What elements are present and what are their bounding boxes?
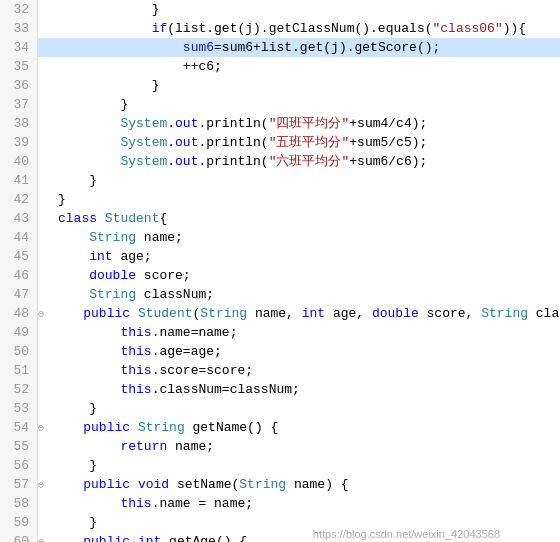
table-row: 42} bbox=[0, 190, 560, 209]
line-content: this.name=name; bbox=[52, 323, 237, 342]
line-content: } bbox=[52, 190, 66, 209]
line-content: if(list.get(j).getClassNum().equals("cla… bbox=[52, 19, 526, 38]
table-row: 56 } bbox=[0, 456, 560, 475]
table-row: 32 } bbox=[0, 0, 560, 19]
line-number: 56 bbox=[0, 456, 38, 475]
line-number: 50 bbox=[0, 342, 38, 361]
line-content: public void setName(String name) { bbox=[46, 475, 349, 494]
line-content: } bbox=[52, 0, 159, 19]
line-number: 47 bbox=[0, 285, 38, 304]
line-number: 48 bbox=[0, 304, 38, 323]
line-number: 51 bbox=[0, 361, 38, 380]
line-content: class Student{ bbox=[52, 209, 167, 228]
line-number: 54 bbox=[0, 418, 38, 437]
table-row: 47 String classNum; bbox=[0, 285, 560, 304]
line-number: 32 bbox=[0, 0, 38, 19]
table-row: 54⊖ public String getName() { bbox=[0, 418, 560, 437]
line-number: 58 bbox=[0, 494, 38, 513]
collapse-icon[interactable]: ⊖ bbox=[38, 479, 44, 491]
table-row: 45 int age; bbox=[0, 247, 560, 266]
table-row: 50 this.age=age; bbox=[0, 342, 560, 361]
collapse-icon[interactable]: ⊖ bbox=[38, 536, 44, 543]
line-content: } bbox=[52, 76, 159, 95]
line-number: 34 bbox=[0, 38, 38, 57]
line-content: } bbox=[52, 456, 97, 475]
line-content: public Student(String name, int age, dou… bbox=[46, 304, 560, 323]
table-row: 49 this.name=name; bbox=[0, 323, 560, 342]
table-row: 43class Student{ bbox=[0, 209, 560, 228]
line-number: 46 bbox=[0, 266, 38, 285]
table-row: 55 return name; bbox=[0, 437, 560, 456]
line-content: } bbox=[52, 399, 97, 418]
line-content: System.out.println("五班平均分"+sum5/c5); bbox=[52, 133, 427, 152]
line-number: 57 bbox=[0, 475, 38, 494]
line-content: String name; bbox=[52, 228, 183, 247]
line-number: 36 bbox=[0, 76, 38, 95]
table-row: 39 System.out.println("五班平均分"+sum5/c5); bbox=[0, 133, 560, 152]
line-number: 35 bbox=[0, 57, 38, 76]
table-row: 53 } bbox=[0, 399, 560, 418]
line-number: 38 bbox=[0, 114, 38, 133]
line-number: 39 bbox=[0, 133, 38, 152]
line-content: this.classNum=classNum; bbox=[52, 380, 300, 399]
table-row: 57⊖ public void setName(String name) { bbox=[0, 475, 560, 494]
line-content: public String getName() { bbox=[46, 418, 278, 437]
line-content: sum6=sum6+list.get(j).getScore(); bbox=[52, 38, 440, 57]
table-row: 51 this.score=score; bbox=[0, 361, 560, 380]
table-row: 46 double score; bbox=[0, 266, 560, 285]
table-row: 40 System.out.println("六班平均分"+sum6/c6); bbox=[0, 152, 560, 171]
line-content: } bbox=[52, 171, 97, 190]
line-content: System.out.println("六班平均分"+sum6/c6); bbox=[52, 152, 427, 171]
table-row: 38 System.out.println("四班平均分"+sum4/c4); bbox=[0, 114, 560, 133]
line-number: 60 bbox=[0, 532, 38, 542]
line-number: 41 bbox=[0, 171, 38, 190]
line-number: 52 bbox=[0, 380, 38, 399]
line-content: public int getAge() { bbox=[46, 532, 247, 542]
line-number: 49 bbox=[0, 323, 38, 342]
table-row: 41 } bbox=[0, 171, 560, 190]
table-row: 36 } bbox=[0, 76, 560, 95]
line-content: } bbox=[52, 95, 128, 114]
table-row: 48⊖ public Student(String name, int age,… bbox=[0, 304, 560, 323]
line-number: 53 bbox=[0, 399, 38, 418]
line-number: 55 bbox=[0, 437, 38, 456]
line-content: this.name = name; bbox=[52, 494, 253, 513]
line-number: 59 bbox=[0, 513, 38, 532]
line-content: String classNum; bbox=[52, 285, 214, 304]
table-row: 37 } bbox=[0, 95, 560, 114]
line-content: System.out.println("四班平均分"+sum4/c4); bbox=[52, 114, 427, 133]
table-row: 52 this.classNum=classNum; bbox=[0, 380, 560, 399]
table-row: 33 if(list.get(j).getClassNum().equals("… bbox=[0, 19, 560, 38]
line-content: ++c6; bbox=[52, 57, 222, 76]
line-number: 45 bbox=[0, 247, 38, 266]
line-number: 42 bbox=[0, 190, 38, 209]
line-content: double score; bbox=[52, 266, 191, 285]
line-number: 37 bbox=[0, 95, 38, 114]
collapse-icon[interactable]: ⊖ bbox=[38, 308, 44, 320]
line-number: 40 bbox=[0, 152, 38, 171]
line-number: 33 bbox=[0, 19, 38, 38]
line-content: this.age=age; bbox=[52, 342, 222, 361]
table-row: 34 sum6=sum6+list.get(j).getScore(); bbox=[0, 38, 560, 57]
line-content: this.score=score; bbox=[52, 361, 253, 380]
line-content: return name; bbox=[52, 437, 214, 456]
watermark: https://blog.csdn.net/weixin_42043568 bbox=[313, 528, 500, 540]
table-row: 35 ++c6; bbox=[0, 57, 560, 76]
line-content: int age; bbox=[52, 247, 152, 266]
table-row: 58 this.name = name; bbox=[0, 494, 560, 513]
line-number: 43 bbox=[0, 209, 38, 228]
table-row: 44 String name; bbox=[0, 228, 560, 247]
line-number: 44 bbox=[0, 228, 38, 247]
line-content: } bbox=[52, 513, 97, 532]
collapse-icon[interactable]: ⊖ bbox=[38, 422, 44, 434]
code-editor: 32 }33 if(list.get(j).getClassNum().equa… bbox=[0, 0, 560, 542]
